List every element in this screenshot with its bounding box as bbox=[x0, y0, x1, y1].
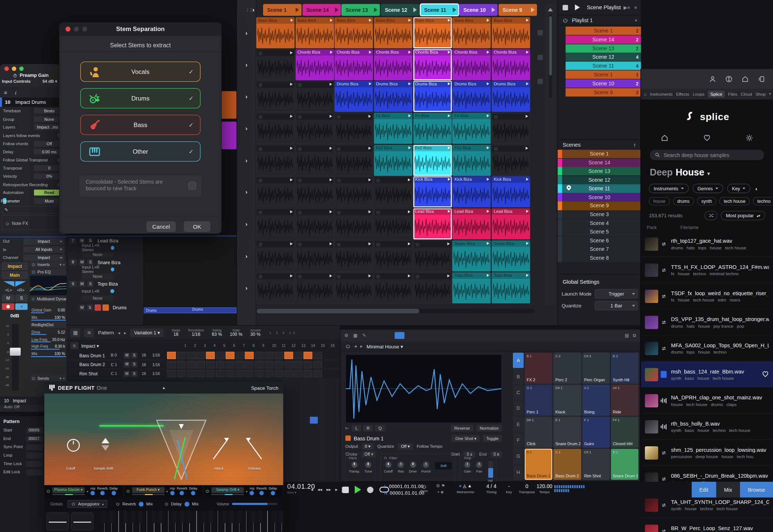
clip-play-icon[interactable] bbox=[290, 178, 293, 181]
drum-pad[interactable]: B 1 FX 2 bbox=[525, 353, 552, 384]
step-cell[interactable] bbox=[265, 370, 273, 378]
scene-list-row[interactable]: Scene 8 bbox=[558, 254, 641, 262]
routing-dropdown[interactable]: Impact bbox=[23, 255, 65, 261]
drum-note[interactable]: C 1 bbox=[111, 372, 124, 376]
row-expand-arrow[interactable]: › bbox=[245, 113, 256, 144]
channel-button[interactable]: R bbox=[363, 424, 373, 432]
black-keys[interactable] bbox=[98, 511, 283, 523]
clip-play-icon[interactable] bbox=[526, 115, 528, 118]
chevron-down-icon[interactable]: ▾ bbox=[635, 18, 637, 23]
clip-play-icon[interactable] bbox=[369, 210, 371, 213]
minimize-icon[interactable] bbox=[74, 27, 79, 31]
tag-pill[interactable]: house bbox=[649, 197, 670, 205]
stop-button[interactable] bbox=[343, 487, 349, 493]
step-count[interactable]: 16 bbox=[139, 353, 149, 358]
layer-preset-dropdown[interactable]: Plasma Glacier ▾ bbox=[52, 487, 85, 493]
scene-play-icon[interactable] bbox=[492, 7, 495, 12]
solo-button[interactable]: S bbox=[87, 280, 93, 287]
inserts-header[interactable]: Inserts ▾ + bbox=[30, 261, 67, 269]
power-icon[interactable] bbox=[205, 489, 210, 493]
clip-slot[interactable]: Snare Biza bbox=[492, 240, 530, 271]
mute-button[interactable]: M bbox=[2, 294, 14, 302]
pencil-icon[interactable]: ✎ bbox=[362, 333, 366, 338]
sample-row[interactable]: shm_125_percussion_loop_lowsing.wav perc… bbox=[641, 440, 773, 466]
clip-play-icon[interactable] bbox=[408, 114, 411, 117]
drum-pad[interactable]: C# 2 Perc Organ bbox=[582, 353, 610, 384]
drum-pad[interactable]: A 1 Boing bbox=[582, 385, 610, 416]
bank-button[interactable]: B bbox=[513, 369, 524, 384]
clip-stop-button[interactable] bbox=[537, 55, 543, 60]
sample-filename[interactable]: msh_bass_124_rate_Bbm.wav bbox=[671, 368, 769, 374]
bank-button[interactable]: A bbox=[513, 353, 524, 368]
step-cell[interactable] bbox=[235, 361, 244, 368]
reverb-knob[interactable]: Reverb bbox=[256, 487, 267, 495]
knob-control[interactable]: Drive bbox=[409, 461, 417, 473]
clip-play-icon[interactable] bbox=[526, 274, 529, 277]
expand-icon[interactable]: ⧉ bbox=[633, 333, 636, 338]
playlist-scene-row[interactable]: Scene 1 1 bbox=[566, 71, 641, 79]
track-entry[interactable]: 8 M S Snare Biza Input L+R Stereo None bbox=[67, 258, 144, 280]
sample-row[interactable]: msh_bass_124_rate_Bbm.wav synthbasshouse… bbox=[641, 362, 773, 388]
clip-play-icon[interactable] bbox=[487, 242, 490, 245]
sample-tag[interactable]: house bbox=[722, 454, 733, 459]
mute-button[interactable]: M bbox=[79, 237, 85, 243]
drum-note[interactable]: B 0 bbox=[111, 353, 124, 358]
reverb-knob[interactable]: Reverb bbox=[97, 487, 108, 495]
scene-play-icon[interactable] bbox=[453, 7, 456, 12]
eq-curve-display[interactable] bbox=[30, 276, 67, 296]
clip-slot[interactable]: Lead Biza bbox=[453, 208, 491, 239]
variation-dropdown[interactable]: Variation 1 ▾ bbox=[130, 328, 164, 337]
sample-tag[interactable]: synth bbox=[671, 428, 681, 433]
row-expand-arrow[interactable]: › bbox=[245, 208, 256, 239]
clip-slot[interactable]: Chords Biza bbox=[453, 49, 491, 80]
clip-slot[interactable]: Fx Biza bbox=[413, 113, 452, 144]
sample-tag[interactable]: bass bbox=[685, 376, 694, 381]
genre-heading[interactable]: Deep House ▾ bbox=[650, 167, 773, 178]
step-cell[interactable] bbox=[177, 361, 185, 368]
knob-control[interactable]: Pan bbox=[476, 461, 483, 482]
pitch-wheel[interactable] bbox=[46, 512, 69, 531]
drum-pad[interactable]: G 1 Perc 1 bbox=[525, 385, 552, 416]
step-cell[interactable] bbox=[313, 370, 322, 378]
clip-play-icon[interactable] bbox=[448, 210, 450, 213]
mute-button[interactable]: M bbox=[79, 304, 85, 311]
volume-control[interactable]: Volume bbox=[217, 502, 277, 506]
mute-button[interactable]: M bbox=[79, 259, 85, 265]
sample-filename[interactable]: rth_bss_holly_B.wav bbox=[671, 420, 769, 426]
row-expand-arrow[interactable]: › bbox=[245, 272, 256, 303]
scene-button[interactable]: Scene 9 bbox=[498, 4, 537, 16]
track-entry[interactable]: 7 M S Lead Biza Input L+R Stereo None bbox=[67, 236, 144, 258]
clip-slot[interactable] bbox=[413, 240, 452, 271]
reverb-mix-knob[interactable] bbox=[138, 501, 144, 507]
clip-slot[interactable]: Chords Biza bbox=[492, 49, 530, 80]
clip-play-icon[interactable] bbox=[487, 146, 490, 149]
pattern-mode-label[interactable]: Pattern bbox=[98, 330, 114, 335]
layer-slider[interactable] bbox=[132, 494, 164, 495]
clip-slot[interactable]: Bass Biza bbox=[492, 17, 530, 48]
launcher-vertical-scrollbar[interactable] bbox=[545, 4, 556, 306]
power-icon[interactable] bbox=[72, 502, 76, 506]
clip-play-icon[interactable] bbox=[369, 274, 371, 277]
drum-pad[interactable]: F 1 Guiro bbox=[582, 417, 610, 448]
scene-list-row[interactable]: Scene 5 bbox=[558, 228, 641, 236]
clip-slot[interactable]: Kick Biza bbox=[453, 177, 491, 208]
device-param-row[interactable]: Mix 100 % bbox=[30, 314, 67, 321]
step-cell[interactable] bbox=[265, 352, 273, 359]
bank-button[interactable]: H bbox=[513, 464, 524, 480]
clip-play-icon[interactable] bbox=[448, 146, 450, 149]
scene-list-row[interactable]: Scene 6 bbox=[558, 236, 641, 245]
device-param-row[interactable]: Mix 100 % bbox=[30, 351, 67, 358]
solo-button[interactable]: S bbox=[87, 304, 93, 311]
playlist-scene-row[interactable]: Scene 11 4 bbox=[566, 62, 641, 70]
step-cell[interactable] bbox=[187, 352, 195, 359]
waveform-display[interactable] bbox=[345, 354, 502, 423]
power-icon[interactable] bbox=[6, 221, 10, 225]
drum-pad[interactable]: D 1 Snare Drum 1 bbox=[611, 449, 639, 480]
step-cell[interactable] bbox=[167, 361, 176, 368]
clip-slot[interactable] bbox=[296, 240, 334, 271]
pack-artwork[interactable] bbox=[645, 237, 658, 250]
scene-button[interactable]: Scene 1 bbox=[263, 4, 302, 16]
drums-clip[interactable]: Drums bbox=[144, 307, 236, 313]
drum-pad[interactable]: E 1 Snare Drum 2 bbox=[554, 417, 581, 448]
fader-cap[interactable] bbox=[10, 348, 21, 355]
